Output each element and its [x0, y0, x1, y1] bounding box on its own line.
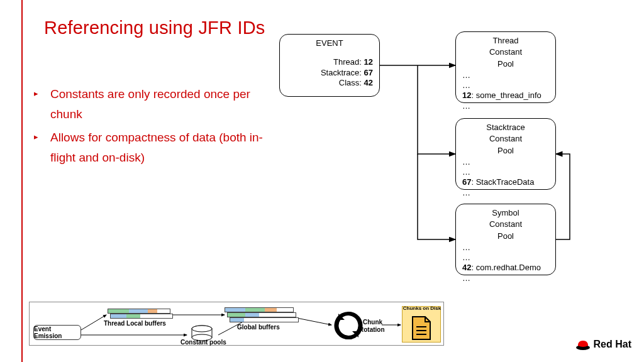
page-title: Referencing using JFR IDs — [44, 18, 265, 38]
event-row-thread: Thread: 12 — [286, 57, 373, 67]
label: Class: — [339, 78, 364, 87]
pool-key: 42 — [462, 263, 471, 272]
pool-entry: 12: some_thread_info — [462, 90, 549, 101]
constant-pools-label: Constant pools — [180, 339, 226, 346]
ellipsis: … — [462, 157, 549, 167]
reference-diagram: EVENT Thread: 12 Stacktrace: 67 Class: 4… — [269, 25, 621, 289]
pool-title: Thread — [462, 36, 549, 46]
chunks-on-disk-box: Chunks on Disk — [402, 306, 441, 343]
pool-entry: 67: StackTraceData — [462, 177, 549, 187]
ellipsis: … — [462, 80, 549, 90]
ellipsis: … — [462, 273, 549, 283]
event-row-stacktrace: Stacktrace: 67 — [286, 68, 373, 78]
pool-entry: 42: com.redhat.Demo — [462, 263, 549, 273]
ellipsis: … — [462, 188, 549, 198]
pool-val: : StackTraceData — [471, 177, 534, 187]
redhat-logo: Red Hat — [575, 338, 631, 351]
event-heading: EVENT — [286, 38, 373, 48]
global-buffers-label: Global buffers — [237, 324, 280, 331]
chunk-rotation-label1: Chunk — [363, 319, 382, 326]
pool-title: Pool — [462, 146, 549, 156]
value: 42 — [364, 78, 373, 87]
svg-point-9 — [192, 326, 212, 332]
bullet-list: Constants are only recorded once per chu… — [34, 84, 273, 170]
svg-line-0 — [81, 315, 106, 330]
redhat-hat-icon — [575, 338, 591, 351]
pool-title: Pool — [462, 231, 549, 241]
value: 12 — [364, 57, 373, 67]
svg-line-4 — [294, 317, 331, 325]
pool-title: Pool — [462, 59, 549, 69]
brand-text: Red Hat — [594, 339, 631, 350]
pool-key: 67 — [462, 177, 471, 187]
label: Thread: — [333, 57, 364, 67]
ellipsis: … — [462, 70, 549, 80]
disk-label: Chunks on Disk — [402, 305, 441, 311]
ellipsis: … — [462, 167, 549, 177]
bullet-item: Allows for compactness of data (both in-… — [34, 128, 273, 168]
pool-title: Constant — [462, 219, 549, 229]
pool-key: 12 — [462, 90, 471, 100]
bullet-item: Constants are only recorded once per chu… — [34, 84, 273, 125]
pipeline-figure: Event Emission Thread Local buffers Cons… — [29, 302, 444, 346]
ellipsis: … — [462, 101, 549, 111]
pool-title: Constant — [462, 47, 549, 57]
pool-val: : com.redhat.Demo — [471, 263, 541, 272]
chunk-rotation-label2: Rotation — [359, 326, 385, 333]
ellipsis: … — [462, 253, 549, 263]
pool-title: Symbol — [462, 208, 549, 218]
label: Event Emission — [34, 326, 80, 339]
thread-local-label: Thread Local buffers — [104, 320, 166, 327]
thread-pool-box: Thread Constant Pool … … 12: some_thread… — [455, 31, 556, 103]
label: Stacktrace: — [321, 68, 364, 77]
pool-title: Stacktrace — [462, 123, 549, 133]
stacktrace-pool-box: Stacktrace Constant Pool … … 67: StackTr… — [455, 118, 556, 190]
symbol-pool-box: Symbol Constant Pool … … 42: com.redhat.… — [455, 204, 556, 275]
event-emission-box: Event Emission — [33, 325, 81, 340]
value: 67 — [364, 68, 373, 77]
pool-title: Constant — [462, 134, 549, 144]
event-row-class: Class: 42 — [286, 78, 373, 88]
rotation-icon — [334, 311, 363, 340]
accent-bar — [21, 0, 23, 362]
ellipsis: … — [462, 243, 549, 253]
file-icon — [411, 315, 433, 341]
event-box: EVENT Thread: 12 Stacktrace: 67 Class: 4… — [279, 34, 380, 97]
pool-val: : some_thread_info — [471, 90, 541, 100]
